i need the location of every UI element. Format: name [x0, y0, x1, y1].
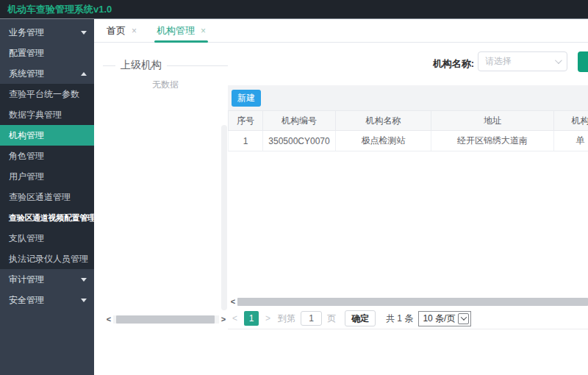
- sidebar-item-security-mgmt[interactable]: 安全管理: [0, 290, 94, 310]
- sidebar-item-business-mgmt[interactable]: 业务管理: [0, 22, 94, 43]
- sidebar-item-label: 查验平台统一参数: [9, 88, 79, 101]
- tab-bar: 首页 × 机构管理 ×: [94, 19, 588, 43]
- column-header-org-name: 机构名称: [336, 111, 431, 130]
- sidebar-item-label: 安全管理: [9, 294, 44, 307]
- tab-home[interactable]: 首页 ×: [107, 19, 137, 42]
- select-placeholder: 请选择: [485, 55, 512, 68]
- app-title: 机动车查验管理系统v1.0: [7, 3, 112, 16]
- sidebar-item-label: 业务管理: [9, 26, 44, 39]
- sidebar-item-label: 支队管理: [9, 232, 44, 245]
- goto-prefix-label: 到第: [278, 312, 295, 325]
- system-mgmt-submenu: 查验平台统一参数 数据字典管理 机构管理 角色管理 用户管理 查验区通道管理 查…: [0, 84, 94, 269]
- scroll-left-icon[interactable]: <: [104, 315, 113, 324]
- sidebar: 业务管理 配置管理 系统管理 查验平台统一参数 数据字典管理 机构管理 角色管理…: [0, 19, 94, 375]
- close-icon[interactable]: ×: [132, 26, 137, 36]
- new-button[interactable]: 新建: [232, 90, 261, 107]
- sidebar-item-label: 机构管理: [9, 129, 44, 142]
- cell-address: 经开区锦绣大道南: [431, 131, 554, 151]
- search-button[interactable]: [578, 51, 588, 72]
- column-header-org-code: 机构编号: [263, 111, 336, 130]
- tree-vertical-scrollbar[interactable]: [221, 125, 227, 310]
- parent-org-section-header: 上级机构: [103, 60, 228, 71]
- chevron-down-icon: [81, 299, 87, 302]
- sidebar-item-body-camera-personnel-mgmt[interactable]: 执法记录仪人员管理: [0, 249, 94, 269]
- sidebar-item-user-mgmt[interactable]: 用户管理: [0, 166, 94, 187]
- scrollbar-thumb[interactable]: [116, 315, 215, 324]
- sidebar-item-label: 角色管理: [9, 150, 44, 162]
- org-name-label: 机构名称:: [423, 57, 474, 71]
- divider-line: [167, 65, 228, 66]
- pagination: < 1 > 到第 页 确定 共 1 条 10 条/页: [229, 309, 471, 328]
- cell-org-code: 350500CY0070: [263, 131, 336, 151]
- sidebar-item-label: 用户管理: [9, 171, 44, 183]
- column-header-seq: 序号: [229, 111, 263, 130]
- scrollbar-track[interactable]: [113, 315, 219, 324]
- table-row[interactable]: 1 350500CY0070 极点检测站 经开区锦绣大道南 单: [228, 131, 588, 151]
- sidebar-item-label: 数据字典管理: [9, 109, 62, 121]
- confirm-button[interactable]: 确定: [345, 310, 376, 326]
- sidebar-item-label: 查验区通道管理: [9, 191, 71, 204]
- scroll-left-icon[interactable]: <: [229, 297, 237, 307]
- sidebar-item-audit-mgmt[interactable]: 审计管理: [0, 269, 94, 290]
- column-header-address: 地址: [431, 111, 554, 130]
- cell-org-type: 单: [554, 131, 588, 151]
- scroll-right-icon[interactable]: >: [219, 315, 228, 324]
- total-count-label: 共 1 条: [386, 312, 413, 325]
- page-1-button[interactable]: 1: [244, 311, 259, 326]
- sidebar-item-config-mgmt[interactable]: 配置管理: [0, 43, 94, 63]
- table-header-row: 序号 机构编号 机构名称 地址 机构: [228, 110, 588, 131]
- close-icon[interactable]: ×: [201, 26, 206, 36]
- sidebar-item-role-mgmt[interactable]: 角色管理: [0, 146, 94, 166]
- next-page-button[interactable]: >: [262, 313, 274, 324]
- sidebar-item-channel-video-config-mgmt[interactable]: 查验区通道视频配置管理: [0, 207, 94, 228]
- card-bottom-divider: [228, 329, 588, 329]
- app-header: 机动车查验管理系统v1.0: [0, 0, 588, 19]
- chevron-down-icon: [81, 31, 87, 35]
- tab-label: 首页: [107, 24, 126, 38]
- org-name-select[interactable]: 请选择: [478, 51, 567, 71]
- scrollbar-track[interactable]: [237, 298, 588, 306]
- chevron-down-icon: [81, 278, 87, 282]
- scrollbar-thumb[interactable]: [237, 298, 588, 306]
- sidebar-item-label: 执法记录仪人员管理: [9, 253, 88, 265]
- sidebar-item-data-dictionary[interactable]: 数据字典管理: [0, 104, 94, 125]
- sidebar-item-system-mgmt[interactable]: 系统管理: [0, 63, 94, 84]
- sidebar-item-inspection-channel-mgmt[interactable]: 查验区通道管理: [0, 187, 94, 207]
- tree-horizontal-scrollbar: < >: [104, 315, 228, 324]
- dropdown-icon: [458, 313, 469, 324]
- sidebar-item-label: 审计管理: [9, 274, 44, 286]
- sidebar-item-org-mgmt[interactable]: 机构管理: [0, 125, 94, 146]
- sidebar-item-detachment-mgmt[interactable]: 支队管理: [0, 228, 94, 249]
- sidebar-item-label: 查验区通道视频配置管理: [9, 213, 94, 224]
- cell-seq: 1: [229, 131, 263, 151]
- sidebar-item-platform-params[interactable]: 查验平台统一参数: [0, 84, 94, 104]
- tab-label: 机构管理: [157, 24, 195, 38]
- table-horizontal-scrollbar: <: [229, 297, 588, 307]
- table-toolbar: 新建: [228, 85, 588, 110]
- goto-page-input[interactable]: [301, 311, 322, 326]
- chevron-up-icon: [81, 72, 87, 76]
- cell-org-name: 极点检测站: [336, 131, 431, 151]
- tree-empty-text: 无数据: [103, 79, 228, 91]
- prev-page-button[interactable]: <: [229, 313, 241, 324]
- goto-suffix-label: 页: [327, 312, 336, 325]
- divider-line: [103, 65, 115, 66]
- page-size-label: 10 条/页: [423, 312, 455, 325]
- sidebar-item-label: 配置管理: [9, 47, 44, 60]
- parent-org-title: 上级机构: [121, 59, 162, 72]
- column-header-org-type: 机构: [554, 111, 588, 130]
- page-size-select[interactable]: 10 条/页: [418, 311, 471, 326]
- chevron-down-icon: [555, 57, 562, 64]
- sidebar-item-label: 系统管理: [9, 68, 44, 80]
- tab-org-management[interactable]: 机构管理 ×: [157, 19, 206, 42]
- active-tab-underline: [154, 40, 208, 43]
